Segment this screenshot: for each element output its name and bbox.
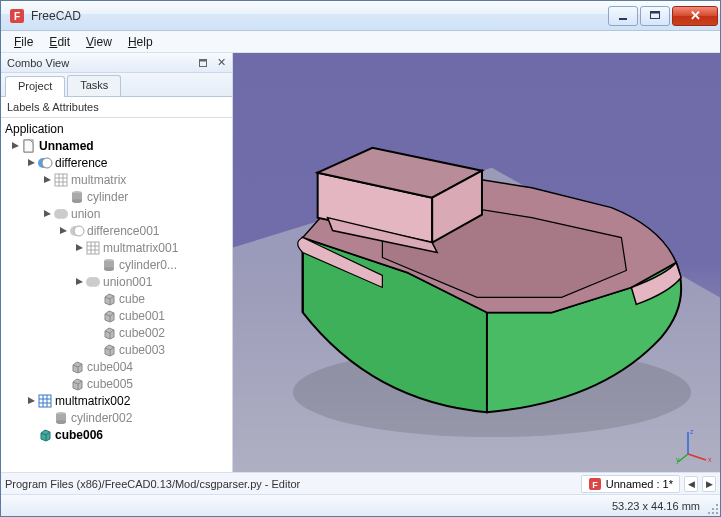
panel-title: Combo View [7,57,69,69]
svg-rect-6 [200,59,207,61]
tree-node-multmatrix[interactable]: multmatrix [1,171,232,188]
cube-icon [101,342,117,358]
boolean-union-icon [53,206,69,222]
cylinder-icon [69,189,85,205]
tree-node-multmatrix002[interactable]: multmatrix002 [1,392,232,409]
expander-open-icon[interactable] [73,276,85,288]
cube-icon [37,427,53,443]
menu-edit[interactable]: Edit [42,33,77,51]
svg-point-29 [104,267,114,271]
tree-node-cube[interactable]: cube [1,290,232,307]
menu-help[interactable]: Help [121,33,160,51]
document-tab-label: Unnamed : 1* [606,478,673,490]
resize-grip[interactable] [706,502,718,514]
tree-node-cube004[interactable]: cube004 [1,358,232,375]
panel-float-button[interactable] [196,56,210,70]
svg-point-9 [42,158,52,168]
cylinder-icon [101,257,117,273]
svg-point-17 [72,199,82,203]
svg-text:x: x [708,456,712,463]
svg-rect-2 [619,18,627,20]
editor-path: Program Files (x86)/FreeCAD0.13/Mod/csgp… [5,478,577,490]
expander-open-icon[interactable] [41,208,53,220]
titlebar[interactable]: F FreeCAD ✕ [1,1,720,31]
statusbar: 53.23 x 44.16 mm [1,494,720,516]
panel-tabs: Project Tasks [1,73,232,97]
svg-line-44 [678,454,688,462]
labels-attributes-header: Labels & Attributes [1,97,232,118]
expander-open-icon[interactable] [25,157,37,169]
svg-rect-22 [87,242,99,254]
tab-tasks[interactable]: Tasks [67,75,121,96]
tree-node-difference[interactable]: difference [1,154,232,171]
viewport-3d[interactable]: x y z [233,53,720,472]
boolean-difference-icon [37,155,53,171]
combo-view-panel: Combo View ✕ Project Tasks Labels & Attr… [1,53,233,472]
axis-indicator: x y z [676,428,712,464]
svg-point-31 [90,277,100,287]
maximize-button[interactable] [640,6,670,26]
tree-node-cylinder002[interactable]: cylinder002 [1,409,232,426]
menu-file[interactable]: File [7,33,40,51]
menu-view[interactable]: View [79,33,119,51]
matrix-icon [53,172,69,188]
tab-project[interactable]: Project [5,76,65,97]
footer-bar: Program Files (x86)/FreeCAD0.13/Mod/csgp… [1,472,720,494]
tree-node-application[interactable]: Application [1,120,232,137]
cylinder-icon [53,410,69,426]
cube-icon [101,308,117,324]
panel-header[interactable]: Combo View ✕ [1,53,232,73]
svg-point-39 [56,420,66,424]
boolean-difference-icon [69,223,85,239]
tree-node-cylinder[interactable]: cylinder [1,188,232,205]
document-icon [21,138,37,154]
cube-icon [101,291,117,307]
expander-open-icon[interactable] [25,395,37,407]
close-button[interactable]: ✕ [672,6,718,26]
svg-text:F: F [592,480,598,490]
expander-open-icon[interactable] [9,140,21,152]
matrix-icon [85,240,101,256]
app-icon: F [588,477,602,491]
tree-node-cube003[interactable]: cube003 [1,341,232,358]
cube-icon [101,325,117,341]
tree-node-cylinder0[interactable]: cylinder0... [1,256,232,273]
panel-close-button[interactable]: ✕ [214,56,228,70]
svg-text:z: z [690,428,694,435]
status-dimensions: 53.23 x 44.16 mm [612,500,700,512]
svg-rect-32 [39,395,51,407]
boolean-union-icon [85,274,101,290]
matrix-icon [37,393,53,409]
prev-doc-button[interactable]: ◀ [684,476,698,492]
expander-open-icon[interactable] [73,242,85,254]
svg-rect-4 [651,11,660,13]
tree-node-cube006[interactable]: cube006 [1,426,232,443]
tree-node-unnamed[interactable]: Unnamed [1,137,232,154]
svg-line-43 [688,454,706,460]
minimize-button[interactable] [608,6,638,26]
tree-node-union[interactable]: union [1,205,232,222]
model-tree[interactable]: Application Unnamed difference multmatri… [1,118,232,472]
svg-text:F: F [14,11,20,22]
tree-node-difference001[interactable]: difference001 [1,222,232,239]
svg-text:y: y [676,456,680,464]
tree-node-cube001[interactable]: cube001 [1,307,232,324]
cube-icon [69,359,85,375]
window-title: FreeCAD [31,9,606,23]
document-tab[interactable]: F Unnamed : 1* [581,475,680,493]
svg-point-21 [74,226,84,236]
menubar: File Edit View Help [1,31,720,53]
tree-node-multmatrix001[interactable]: multmatrix001 [1,239,232,256]
svg-point-19 [58,209,68,219]
tree-node-union001[interactable]: union001 [1,273,232,290]
model-render [233,53,720,472]
app-icon: F [9,8,25,24]
expander-open-icon[interactable] [41,174,53,186]
expander-open-icon[interactable] [57,225,69,237]
tree-node-cube002[interactable]: cube002 [1,324,232,341]
svg-rect-10 [55,174,67,186]
cube-icon [69,376,85,392]
tree-node-cube005[interactable]: cube005 [1,375,232,392]
next-doc-button[interactable]: ▶ [702,476,716,492]
window-frame: F FreeCAD ✕ File Edit View Help Combo Vi… [0,0,721,517]
